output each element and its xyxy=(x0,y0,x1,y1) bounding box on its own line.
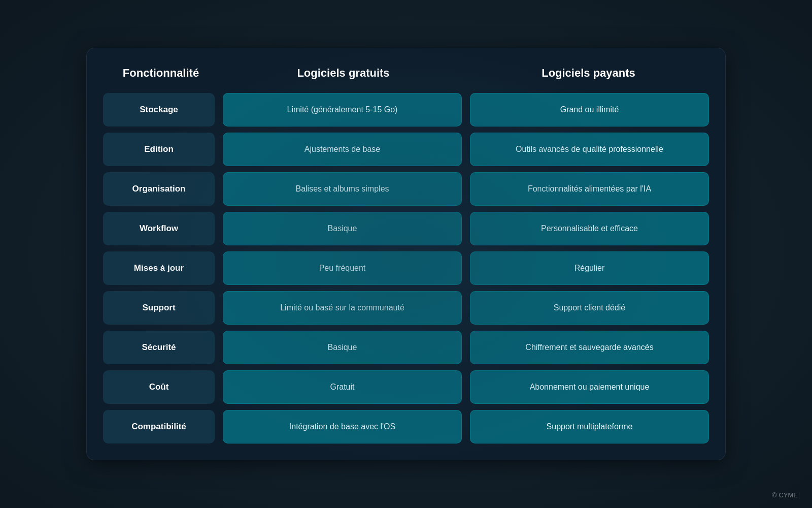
free-cell-7: Gratuit xyxy=(223,370,462,404)
free-cell-4: Peu fréquent xyxy=(223,251,462,285)
free-cell-1: Ajustements de base xyxy=(223,133,462,166)
free-cell-2: Balises et albums simples xyxy=(223,172,462,206)
table-row: CoûtGratuitAbonnement ou paiement unique xyxy=(103,370,709,404)
feature-cell-7: Coût xyxy=(103,370,215,404)
feature-cell-3: Workflow xyxy=(103,212,215,245)
paid-cell-8: Support multiplateforme xyxy=(470,410,709,443)
table-row: SupportLimité ou basé sur la communautéS… xyxy=(103,291,709,325)
paid-cell-0: Grand ou illimité xyxy=(470,93,709,126)
feature-cell-5: Support xyxy=(103,291,215,325)
table-row: StockageLimité (généralement 5-15 Go)Gra… xyxy=(103,93,709,126)
feature-cell-1: Edition xyxy=(103,133,215,166)
table-row: CompatibilitéIntégration de base avec l'… xyxy=(103,410,709,443)
feature-cell-0: Stockage xyxy=(103,93,215,126)
header-feature: Fonctionnalité xyxy=(105,62,217,84)
copyright-text: © CYME xyxy=(772,491,798,499)
feature-cell-4: Mises à jour xyxy=(103,251,215,285)
paid-cell-4: Régulier xyxy=(470,251,709,285)
table-row: SécuritéBasiqueChiffrement et sauvegarde… xyxy=(103,331,709,364)
paid-cell-7: Abonnement ou paiement unique xyxy=(470,370,709,404)
paid-cell-3: Personnalisable et efficace xyxy=(470,212,709,245)
free-cell-5: Limité ou basé sur la communauté xyxy=(223,291,462,325)
table-row: WorkflowBasiquePersonnalisable et effica… xyxy=(103,212,709,245)
paid-cell-1: Outils avancés de qualité professionnell… xyxy=(470,133,709,166)
free-cell-8: Intégration de base avec l'OS xyxy=(223,410,462,443)
feature-cell-8: Compatibilité xyxy=(103,410,215,443)
table-body: StockageLimité (généralement 5-15 Go)Gra… xyxy=(103,93,709,443)
paid-cell-2: Fonctionnalités alimentées par l'IA xyxy=(470,172,709,206)
header-free: Logiciels gratuits xyxy=(225,62,462,84)
paid-cell-5: Support client dédié xyxy=(470,291,709,325)
feature-cell-2: Organisation xyxy=(103,172,215,206)
table-row: OrganisationBalises et albums simplesFon… xyxy=(103,172,709,206)
paid-cell-6: Chiffrement et sauvegarde avancés xyxy=(470,331,709,364)
free-cell-3: Basique xyxy=(223,212,462,245)
comparison-table: Fonctionnalité Logiciels gratuits Logici… xyxy=(86,48,726,460)
table-row: EditionAjustements de baseOutils avancés… xyxy=(103,133,709,166)
free-cell-6: Basique xyxy=(223,331,462,364)
header-paid: Logiciels payants xyxy=(470,62,707,84)
free-cell-0: Limité (généralement 5-15 Go) xyxy=(223,93,462,126)
table-header: Fonctionnalité Logiciels gratuits Logici… xyxy=(103,62,709,84)
feature-cell-6: Sécurité xyxy=(103,331,215,364)
table-row: Mises à jourPeu fréquentRégulier xyxy=(103,251,709,285)
